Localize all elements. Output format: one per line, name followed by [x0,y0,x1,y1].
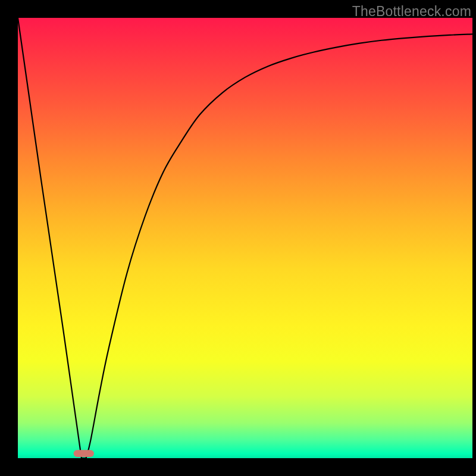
chart-svg [18,18,472,458]
bottleneck-curve [18,18,472,458]
watermark-label: TheBottleneck.com [352,4,471,20]
chart-frame: TheBottleneck.com [0,0,476,476]
plot-area [18,18,472,458]
optimal-marker [74,450,94,457]
